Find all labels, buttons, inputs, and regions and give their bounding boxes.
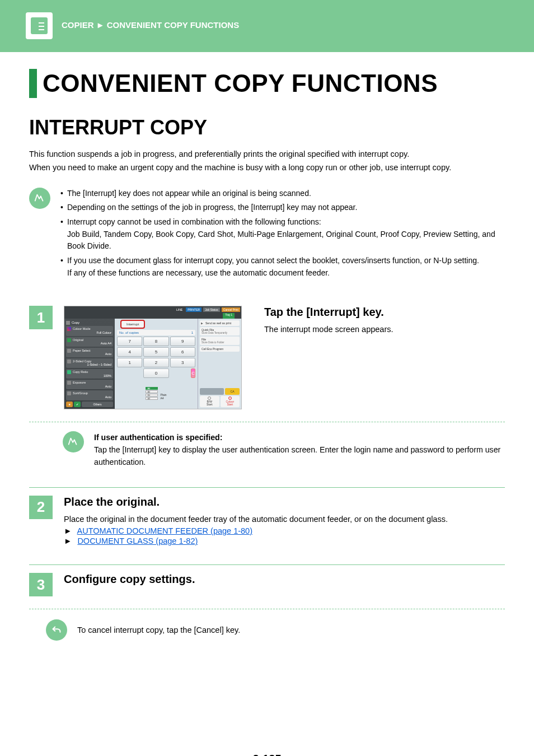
header-section-icon (26, 12, 53, 39)
panel-action-sidebar: Send as well as print Quick File Store D… (198, 319, 241, 408)
tray-option[interactable]: A3 (146, 397, 158, 400)
section-divider (29, 487, 505, 488)
numeric-keypad: 7 8 9 4 5 6 1 2 3 (117, 337, 195, 367)
breadcrumb-part: CONVENIENT COPY FUNCTIONS (107, 20, 239, 30)
step-number: 1 (29, 306, 53, 329)
step-text: The interrupt mode screen appears. (264, 323, 505, 335)
note-icon (29, 188, 50, 209)
section-divider (29, 564, 505, 565)
note-block: The [Interrupt] key does not appear whil… (29, 188, 505, 282)
tray-selector: A4 A4 B4 A3 Plain A4 (117, 387, 195, 400)
copier-screenshot: LINE PRINTER Job Status Cancel Print Tra… (64, 306, 242, 409)
note-item: If you use the document glass for interr… (60, 255, 505, 279)
intro-text: This function suspends a job in progress… (29, 148, 505, 174)
key-0[interactable]: 0 (143, 368, 170, 378)
action-eco-program[interactable]: Call Eco Program (200, 346, 240, 352)
setting-colour-mode[interactable]: Colour ModeFull Colour (66, 326, 113, 335)
status-chip-cancel: Cancel Print (222, 307, 240, 312)
others-button[interactable]: Others (82, 402, 113, 407)
note-item: Interrupt copy cannot be used in combina… (60, 216, 505, 253)
panel-tray-indicator: Tray 1 (64, 313, 241, 319)
tray-option[interactable]: A4 (146, 390, 158, 393)
key-clear[interactable]: C (191, 368, 195, 378)
key-2[interactable]: 2 (143, 358, 168, 367)
panel-statusbar: LINE PRINTER Job Status Cancel Print (64, 306, 241, 313)
copies-label: No. of copies (119, 331, 139, 334)
interrupt-button[interactable]: Interrupt (120, 320, 145, 329)
key-5[interactable]: 5 (143, 347, 168, 357)
page-title: CONVENIENT COPY FUNCTIONS (43, 69, 438, 98)
intro-line: This function suspends a job in progress… (29, 148, 505, 161)
breadcrumb-separator: ► (96, 20, 105, 30)
tray-option[interactable]: B4 (146, 394, 158, 396)
page-number: 2-135 (29, 753, 505, 756)
status-chip-jobstatus: Job Status (203, 307, 220, 312)
step-heading: Tap the [Interrupt] key. (264, 306, 505, 319)
setting-exposure[interactable]: ExposureAuto (66, 380, 113, 389)
link-line: ► AUTOMATIC DOCUMENT FEEDER (page 1-80) (64, 526, 505, 535)
key-8[interactable]: 8 (143, 337, 168, 346)
action-quick-file[interactable]: Quick File Store Data Temporarily (200, 327, 240, 335)
colour-start-button[interactable]: Colour Start (221, 396, 240, 407)
key-1[interactable]: 1 (117, 358, 142, 367)
cancel-text: To cancel interrupt copy, tap the [Cance… (77, 624, 240, 636)
return-icon (46, 619, 67, 641)
panel-keypad-area: Interrupt No. of copies 1 7 8 9 4 5 (115, 319, 198, 408)
setting-paper-select[interactable]: Paper SelectAuto (66, 348, 113, 357)
link-adf[interactable]: AUTOMATIC DOCUMENT FEEDER (page 1-80) (77, 526, 252, 535)
setting-2sided[interactable]: 2-Sided Copy1-Sided→1-Sided (66, 358, 113, 368)
setting-sort-group[interactable]: Sort/GroupAuto (66, 390, 113, 400)
status-chip-line: LINE (175, 307, 184, 312)
dashed-separator (29, 422, 505, 422)
main-title-row: CONVENIENT COPY FUNCTIONS (29, 69, 505, 98)
confirm-button[interactable]: ✔ (74, 402, 81, 407)
triangle-icon: ► (64, 526, 72, 535)
header-bar: COPIER ► CONVENIENT COPY FUNCTIONS (0, 0, 534, 52)
step-number: 2 (29, 496, 53, 519)
note-item: The [Interrupt] key does not appear whil… (60, 188, 505, 200)
section-title: INTERRUPT COPY (29, 116, 505, 139)
action-file[interactable]: File Store Data to Folder (200, 337, 240, 345)
step-1: 1 LINE PRINTER Job Status Cancel Print T… (29, 306, 505, 409)
step-2: 2 Place the original. Place the original… (29, 496, 505, 545)
step-heading: Place the original. (64, 496, 505, 508)
key-4[interactable]: 4 (117, 347, 142, 357)
setting-original[interactable]: OriginalAuto A4 (66, 337, 113, 347)
copies-value: 1 (191, 331, 193, 334)
action-send-print[interactable]: Send as well as print (200, 320, 240, 326)
note-icon (63, 431, 84, 452)
tray-chip: Tray 1 (223, 313, 235, 319)
setting-copy-ratio[interactable]: Copy Ratio100% (66, 369, 113, 379)
intro-line: When you need to make an urgent copy and… (29, 162, 505, 174)
triangle-icon: ► (64, 536, 72, 545)
dashed-separator (29, 609, 505, 609)
step-number: 3 (29, 573, 53, 596)
favourite-button[interactable]: ★ (66, 402, 73, 407)
preview-button[interactable] (200, 388, 224, 395)
copies-display: No. of copies 1 (117, 330, 195, 335)
panel-left-settings: Copy Colour ModeFull Colour OriginalAuto… (64, 319, 115, 408)
key-9[interactable]: 9 (170, 337, 195, 346)
key-3[interactable]: 3 (170, 358, 195, 367)
breadcrumb-part: COPIER (62, 20, 94, 30)
ca-button[interactable]: CA (225, 388, 240, 395)
bw-start-button[interactable]: B/W Start (200, 396, 219, 407)
step-text: Place the original in the document feede… (64, 513, 505, 525)
auth-text: Tap the [Interrupt] key to display the u… (94, 445, 500, 466)
link-document-glass[interactable]: DOCUMENT GLASS (page 1-82) (77, 536, 198, 545)
key-6[interactable]: 6 (170, 347, 195, 357)
key-7[interactable]: 7 (117, 337, 142, 346)
tray-option[interactable]: A4 (146, 387, 158, 390)
cancel-note: To cancel interrupt copy, tap the [Cance… (29, 619, 505, 641)
breadcrumb: COPIER ► CONVENIENT COPY FUNCTIONS (62, 0, 239, 30)
step-heading: Configure copy settings. (64, 573, 505, 586)
note-list: The [Interrupt] key does not appear whil… (60, 188, 505, 282)
status-chip-printer: PRINTER (186, 307, 202, 312)
tray-type-label: Plain A4 (160, 394, 166, 400)
link-line: ► DOCUMENT GLASS (page 1-82) (64, 536, 505, 545)
title-accent-bar (29, 69, 37, 98)
auth-title: If user authentication is specified: (94, 433, 222, 442)
auth-note: If user authentication is specified: Tap… (29, 431, 505, 468)
document-list-icon (31, 17, 48, 34)
step-3: 3 Configure copy settings. (29, 573, 505, 596)
